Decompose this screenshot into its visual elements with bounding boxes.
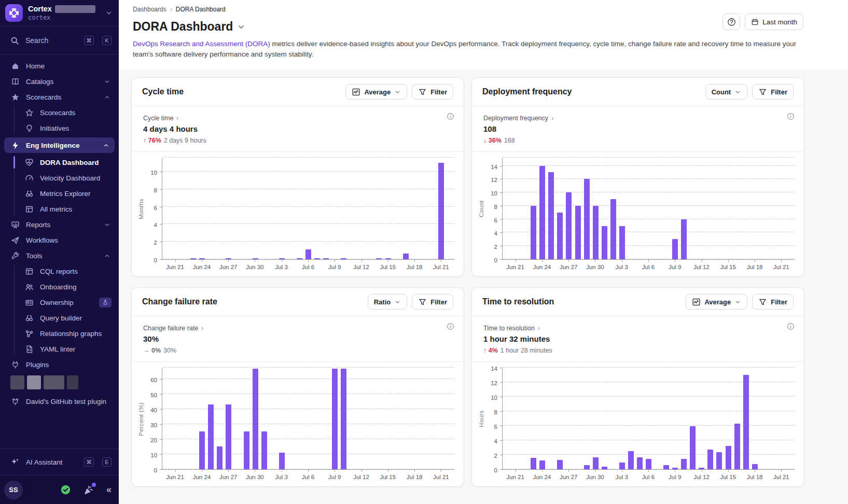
chart-bar[interactable] [244, 431, 249, 469]
chart-bar[interactable] [557, 460, 563, 469]
org-switcher[interactable]: Cortex cortex [0, 0, 119, 26]
chart-bar[interactable] [199, 258, 205, 259]
info-icon[interactable] [447, 323, 454, 330]
chart-bar[interactable] [566, 192, 572, 259]
chart-bar[interactable] [190, 258, 196, 259]
chart-bar[interactable] [663, 465, 669, 469]
chart-bar[interactable] [385, 258, 391, 259]
chart-bar[interactable] [548, 172, 554, 259]
sidebar-item-query-builder[interactable]: Query builder [0, 310, 119, 326]
sidebar-item-scorecards[interactable]: Scorecards [0, 105, 119, 120]
sidebar-item-all-metrics[interactable]: All metrics [0, 201, 119, 217]
chart-bar[interactable] [681, 219, 687, 259]
chart-bar[interactable] [707, 450, 713, 469]
sidebar-item-plugins[interactable]: Plugins [0, 357, 119, 372]
sidebar-item-workflows[interactable]: Workflows [0, 232, 119, 248]
chart-bar[interactable] [610, 199, 616, 259]
chart-bar[interactable] [672, 468, 678, 469]
chart-bar[interactable] [619, 463, 625, 469]
chart-bar[interactable] [438, 163, 444, 259]
ai-assistant-button[interactable]: AI Assistant ⌘ E [0, 449, 119, 475]
chart-bar[interactable] [279, 453, 285, 469]
chart-bar[interactable] [332, 369, 338, 470]
chart-bar[interactable] [602, 226, 607, 260]
chart-bar[interactable] [253, 369, 258, 470]
sidebar-item-velocity-dashboard[interactable]: Velocity Dashboard [0, 170, 119, 186]
stat-metric-link[interactable]: Cycle time › [143, 115, 178, 122]
info-icon[interactable] [787, 113, 795, 120]
chart-bar[interactable] [217, 446, 223, 469]
chart-bar[interactable] [602, 467, 607, 469]
metric-selector-button[interactable]: Average [345, 84, 407, 100]
collapse-sidebar-icon[interactable]: « [106, 484, 110, 495]
chart-bar[interactable] [226, 404, 231, 469]
info-icon[interactable] [787, 323, 795, 330]
chart-bar[interactable] [575, 206, 581, 259]
stat-metric-link[interactable]: Deployment frequency › [483, 115, 553, 122]
sidebar-item-david-s-github-test-plugin[interactable]: David's GitHub test plugin [0, 394, 119, 409]
chart-bar[interactable] [305, 249, 311, 259]
sidebar-item-ownership[interactable]: Ownership [0, 295, 119, 310]
stat-metric-link[interactable]: Time to resolution › [483, 325, 540, 332]
chart-bar[interactable] [681, 459, 687, 469]
stat-metric-link[interactable]: Change failure rate › [143, 325, 203, 332]
sidebar-item-cql-reports[interactable]: CQL reports [0, 263, 119, 279]
chart-bar[interactable] [628, 451, 634, 469]
chart-bar[interactable] [584, 465, 590, 469]
chart-bar[interactable] [261, 431, 267, 469]
chart-bar[interactable] [646, 459, 651, 469]
metric-selector-button[interactable]: Ratio [368, 294, 408, 310]
chart-bar[interactable] [539, 460, 545, 470]
sidebar-item-scorecards[interactable]: Scorecards [0, 89, 119, 105]
sidebar-item-dora-dashboard[interactable]: DORA Dashboard [0, 155, 119, 170]
chart-bar[interactable] [637, 457, 643, 469]
dora-link[interactable]: DevOps Research and Assessment (DORA) [133, 40, 270, 48]
chart-bar[interactable] [253, 258, 258, 259]
chart-bar[interactable] [690, 426, 696, 469]
filter-button[interactable]: Filter [412, 84, 453, 100]
filter-button[interactable]: Filter [412, 294, 453, 310]
chart-bar[interactable] [341, 258, 346, 259]
chart-bar[interactable] [376, 258, 382, 259]
avatar[interactable]: SS [4, 481, 23, 499]
chart-bar[interactable] [752, 464, 758, 470]
chart-bar[interactable] [297, 258, 302, 259]
chart-bar[interactable] [226, 258, 231, 259]
sidebar-item-metrics-explorer[interactable]: Metrics Explorer [0, 186, 119, 201]
metric-selector-button[interactable]: Average [686, 294, 747, 310]
breadcrumb-dashboards[interactable]: Dashboards [133, 6, 166, 13]
chart-bar[interactable] [531, 206, 536, 259]
chart-bar[interactable] [726, 446, 731, 470]
filter-button[interactable]: Filter [752, 294, 794, 310]
chart-bar[interactable] [557, 213, 563, 259]
chart-bar[interactable] [199, 431, 205, 469]
chart-bar[interactable] [619, 226, 625, 260]
chart-bar[interactable] [593, 457, 599, 469]
metric-selector-button[interactable]: Count [705, 84, 748, 100]
whats-new-button[interactable] [84, 485, 94, 495]
chart-bar[interactable] [716, 452, 722, 469]
chart-bar[interactable] [743, 375, 749, 469]
search-input[interactable]: Search ⌘ K [0, 26, 119, 54]
sidebar-item-eng-intelligence[interactable]: Eng Intelligence [4, 137, 115, 153]
chart-bar[interactable] [279, 258, 285, 259]
chart-bar[interactable] [539, 166, 545, 260]
chart-bar[interactable] [699, 468, 704, 470]
chart-bar[interactable] [734, 424, 740, 469]
chart-bar[interactable] [208, 404, 214, 469]
sidebar-item-home[interactable]: Home [0, 58, 119, 74]
date-range-button[interactable]: Last month [745, 13, 803, 30]
chart-bar[interactable] [314, 258, 320, 259]
sidebar-item-initiatives[interactable]: Initiatives [0, 120, 119, 136]
sidebar-item-onboarding[interactable]: Onboarding [0, 279, 119, 295]
chart-bar[interactable] [672, 239, 678, 259]
sidebar-item-yaml-linter[interactable]: YAML linter [0, 341, 119, 357]
info-icon[interactable] [447, 113, 454, 120]
title-chevron-down-icon[interactable] [237, 23, 245, 31]
chart-bar[interactable] [584, 179, 590, 259]
status-check-icon[interactable] [60, 484, 71, 495]
sidebar-item-reports[interactable]: Reports [0, 217, 119, 232]
filter-button[interactable]: Filter [752, 84, 794, 100]
chart-bar[interactable] [323, 258, 329, 259]
sidebar-item-catalogs[interactable]: Catalogs [0, 74, 119, 89]
